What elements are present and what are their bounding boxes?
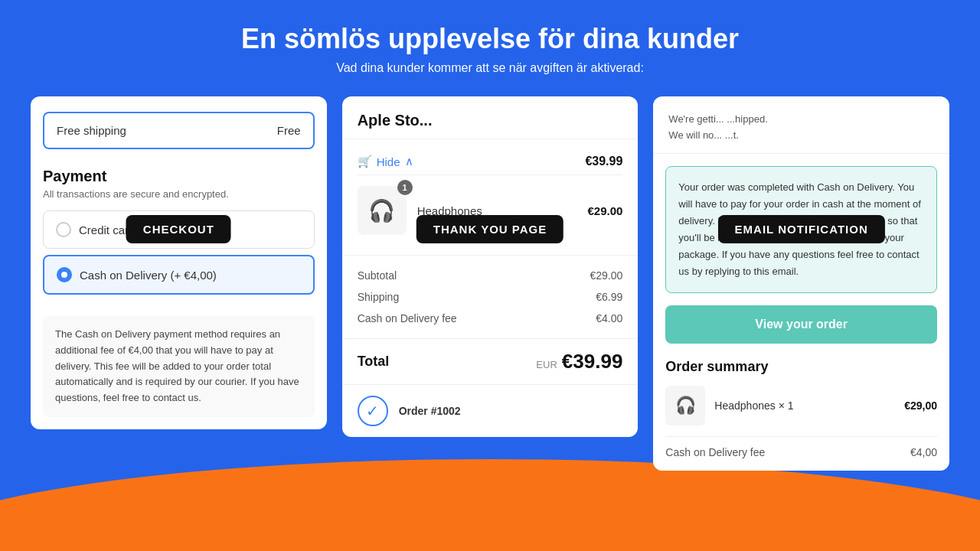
order-number-section: ✓ Order #1002 — [342, 384, 639, 437]
cart-toggle[interactable]: 🛒 Hide ∧ — [358, 155, 413, 168]
email-panel: EMAIL NOTIFICATION We're getti... ...hip… — [653, 96, 949, 471]
cod-label: Cash on Delivery (+ €4,00) — [80, 269, 217, 282]
shipping-label: Free shipping — [57, 124, 126, 137]
thankyou-panel: THANK YOU PAGE Aple Sto... 🛒 Hide ∧ €39.… — [342, 96, 639, 437]
summary-product-name: Headphones × 1 — [714, 399, 895, 412]
subtotal-value: €29.00 — [590, 269, 623, 282]
page-subtitle: Vad dina kunder kommer att se när avgift… — [31, 61, 949, 75]
checkout-panel: CHECKOUT Free shipping Free Payment All … — [31, 96, 327, 429]
product-quantity-badge: 1 — [397, 180, 413, 195]
cod-description: The Cash on Delivery payment method requ… — [43, 316, 315, 417]
total-amount: €39.99 — [562, 350, 623, 373]
cod-radio — [57, 267, 72, 282]
shipping-summary-value: €6.99 — [596, 291, 622, 303]
store-name: Aple Sto... — [342, 96, 639, 139]
panels-container: CHECKOUT Free shipping Free Payment All … — [31, 96, 949, 471]
credit-card-radio — [56, 222, 71, 237]
check-icon: ✓ — [358, 396, 388, 426]
page-wrapper: En sömlös upplevelse för dina kunder Vad… — [0, 0, 980, 486]
shipping-row: Free shipping Free — [43, 112, 315, 149]
total-amount-group: EUR €39.99 — [536, 350, 622, 373]
shipping-summary-row: Shipping €6.99 — [358, 286, 623, 308]
email-intro-text: We're getti... ...hipped.We will no... .… — [668, 113, 767, 141]
payment-title: Payment — [43, 168, 315, 185]
order-toggle-row: 🛒 Hide ∧ €39.99 — [358, 148, 623, 174]
chevron-up-icon: ∧ — [405, 155, 413, 168]
summary-product-price: €29,00 — [904, 399, 937, 412]
cod-fee-row: Cash on Delivery fee €4.00 — [358, 308, 623, 329]
headphone-product-icon: 🎧 — [368, 198, 395, 223]
summary-headphone-icon: 🎧 — [675, 396, 696, 416]
email-badge: EMAIL NOTIFICATION — [718, 215, 885, 243]
payment-subtitle: All transactions are secure and encrypte… — [43, 188, 315, 200]
page-title: En sömlös upplevelse för dina kunder — [31, 23, 949, 55]
cod-option[interactable]: Cash on Delivery (+ €4,00) — [43, 255, 315, 295]
shipping-value: Free — [277, 124, 301, 137]
summary-cod-fee-row: Cash on Delivery fee €4,00 — [665, 437, 937, 461]
cod-fee-value: €4.00 — [596, 312, 622, 324]
summary-cod-fee-value: €4,00 — [910, 446, 937, 458]
thankyou-badge: THANK YOU PAGE — [416, 215, 564, 243]
total-currency: EUR — [536, 359, 557, 370]
shipping-summary-label: Shipping — [358, 291, 400, 303]
total-row: Total EUR €39.99 — [342, 338, 639, 384]
summary-cod-fee-label: Cash on Delivery fee — [665, 446, 765, 458]
checkout-badge: CHECKOUT — [126, 215, 231, 243]
subtotal-row: Subtotal €29.00 — [358, 265, 623, 286]
order-summary-title: Order summary — [665, 359, 937, 375]
cart-icon: 🛒 — [358, 155, 372, 168]
order-info: Order #1002 — [399, 405, 461, 417]
product-image-container: 1 🎧 — [358, 186, 407, 235]
subtotal-label: Subtotal — [358, 269, 397, 282]
cart-total: €39.99 — [585, 155, 622, 168]
cod-fee-label: Cash on Delivery fee — [358, 312, 457, 324]
header: En sömlös upplevelse för dina kunder Vad… — [31, 23, 949, 75]
total-label: Total — [358, 354, 390, 370]
email-intro: We're getti... ...hipped.We will no... .… — [653, 96, 949, 154]
hide-label: Hide — [377, 155, 400, 168]
view-order-button[interactable]: View your order — [665, 305, 937, 344]
summary-product-image: 🎧 — [665, 386, 705, 425]
summary-rows: Subtotal €29.00 Shipping €6.99 Cash on D… — [342, 255, 639, 338]
order-number: Order #1002 — [399, 405, 461, 417]
product-price: €29.00 — [587, 204, 622, 217]
order-summary-section: Order summary 🎧 Headphones × 1 €29,00 Ca… — [653, 356, 949, 471]
summary-product-row: 🎧 Headphones × 1 €29,00 — [665, 386, 937, 437]
